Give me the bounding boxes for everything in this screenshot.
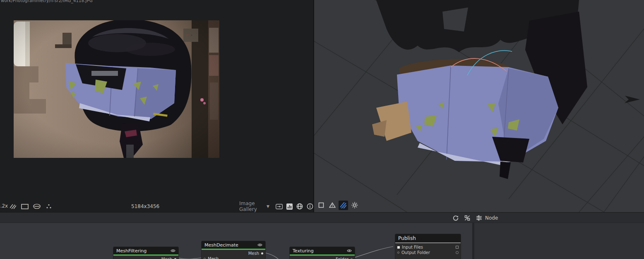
sliders-icon	[475, 214, 483, 222]
input-connector[interactable]	[397, 252, 399, 254]
histogram-icon[interactable]	[286, 203, 293, 210]
node-texturing[interactable]: Texturing Folder	[290, 247, 355, 259]
node-graph-area[interactable]: MeshFiltering Mesh MeshDecimate	[0, 223, 472, 259]
meshroom-window: work/Photogrammetry/h-sr2/IMG_4118.JPG	[0, 0, 644, 259]
node-publish[interactable]: Publish Input Files Output Folder	[395, 234, 461, 259]
output-connector[interactable]	[456, 246, 459, 249]
image-viewer-panel: work/Photogrammetry/h-sr2/IMG_4118.JPG	[0, 0, 313, 212]
input-label: Mesh	[208, 257, 219, 259]
viewport-3d[interactable]	[314, 0, 644, 212]
node-status-bar	[113, 254, 178, 256]
image-path-label: work/Photogrammetry/h-sr2/IMG_4118.JPG	[1, 0, 93, 3]
globe-icon[interactable]	[296, 203, 303, 210]
node-title: MeshDecimate	[204, 242, 238, 248]
output-label: Folder	[336, 257, 348, 259]
graph-editor-header: Node	[0, 212, 644, 223]
tab-node[interactable]: Node	[475, 213, 498, 223]
refresh-icon[interactable]	[452, 214, 459, 222]
chevron-down-icon[interactable]: ▼	[267, 204, 269, 208]
node-status-bar	[290, 254, 355, 256]
frame-icon[interactable]	[316, 201, 326, 210]
attribute-label: Output Folder	[401, 250, 430, 255]
visibility-eye-icon[interactable]	[257, 243, 262, 247]
hatch-pattern-icon[interactable]	[9, 203, 17, 210]
viewport-3d-scene	[314, 0, 644, 212]
node-status-bar	[395, 242, 461, 243]
node-meshfiltering[interactable]: MeshFiltering Mesh	[113, 247, 178, 259]
node-title: Texturing	[293, 248, 314, 254]
rectangle-icon[interactable]	[21, 203, 29, 210]
cursor-arrow	[625, 96, 640, 103]
disconnect-icon[interactable]	[464, 214, 471, 222]
attribute-label: Input Files	[402, 245, 423, 249]
input-connector[interactable]	[397, 246, 400, 249]
warning-icon[interactable]	[327, 201, 337, 210]
wireframe-stripes-icon[interactable]	[339, 201, 348, 210]
visibility-eye-icon[interactable]	[171, 249, 175, 252]
node-status-bar	[202, 249, 265, 250]
zoom-level-label: 0.2x	[0, 203, 8, 209]
viewport-toolbar	[315, 199, 360, 211]
output-connector[interactable]	[261, 252, 263, 254]
output-label: Mesh	[161, 257, 172, 259]
helmet-3d-mesh	[372, 0, 587, 179]
dots-icon[interactable]	[45, 203, 53, 210]
output-label: Mesh	[248, 251, 259, 256]
output-connector[interactable]	[456, 251, 459, 254]
node-meshdecimate[interactable]: MeshDecimate Mesh Mesh	[202, 241, 265, 259]
image-viewer-toolbar: 0.2x	[0, 201, 313, 212]
info-icon[interactable]	[307, 203, 313, 210]
bottom-panels: Node MeshFiltering	[0, 212, 644, 259]
settings-gear-icon[interactable]	[350, 201, 359, 210]
top-panels: work/Photogrammetry/h-sr2/IMG_4118.JPG	[0, 0, 644, 212]
node-title: Publish	[398, 235, 416, 241]
panel-arrow-icon[interactable]	[276, 203, 283, 210]
image-gallery-dropdown[interactable]: Image Gallery	[239, 201, 262, 212]
ellipse-icon[interactable]	[33, 203, 41, 210]
visibility-eye-icon[interactable]	[347, 249, 352, 252]
node-title: MeshFiltering	[116, 248, 147, 254]
image-resolution-label: 5184x3456	[131, 203, 159, 209]
node-properties-panel	[474, 223, 644, 259]
node-tab-label: Node	[485, 215, 498, 221]
photo-helmet-source-image[interactable]	[14, 20, 219, 158]
